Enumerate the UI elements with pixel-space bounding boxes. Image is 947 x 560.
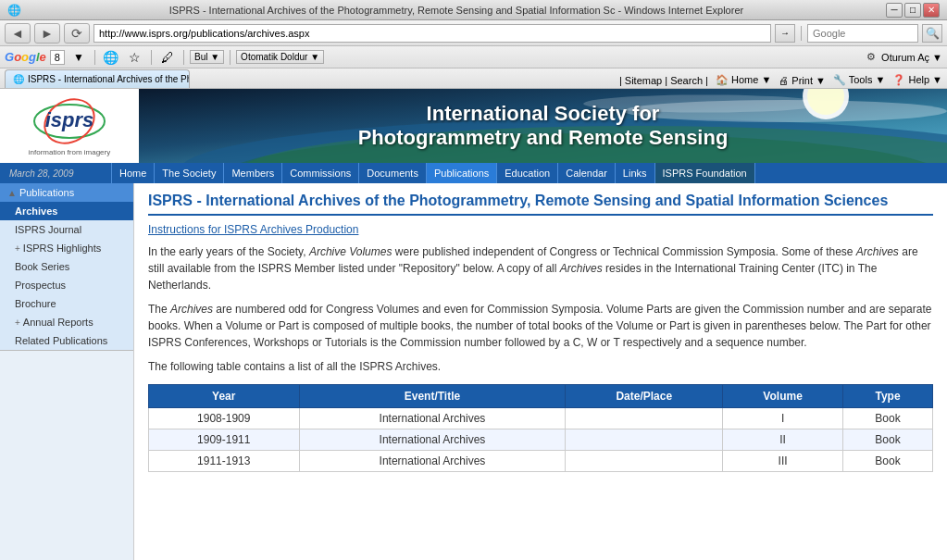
toolbar-sep-3 [183, 50, 184, 65]
main-content: ▲ Publications Archives ISPRS Journal + … [0, 183, 947, 560]
cell-volume: II [723, 429, 843, 451]
annualreports-expand-icon: + [15, 317, 20, 328]
sidebar-item-annualreports-label: Annual Reports [23, 317, 93, 328]
minimize-button[interactable]: ─ [886, 3, 903, 18]
col-type: Type [843, 385, 933, 408]
cell-year: 1908-1909 [149, 408, 300, 429]
header-line1: International Society for [358, 102, 729, 126]
cell-type: Book [843, 408, 933, 429]
logo-area: isprs information from imagery [0, 89, 139, 163]
table-row: 1908-1909 International Archives I Book [149, 408, 933, 429]
tabs-bar: 🌐 ISPRS - International Archives of the … [0, 68, 947, 89]
cell-volume: III [723, 451, 843, 472]
table-row: 1911-1913 International Archives III Boo… [149, 451, 933, 472]
search-input[interactable] [807, 24, 918, 43]
print-button[interactable]: 🖨 Print ▼ [779, 75, 826, 86]
sidebar-item-bookseries[interactable]: Book Series [0, 257, 133, 276]
col-volume: Volume [723, 385, 843, 408]
sitemap-link[interactable]: | Sitemap | Search | [619, 75, 708, 86]
highlights-expand-icon: + [15, 243, 20, 254]
site-header: isprs information from imagery [0, 89, 947, 163]
google-rank-badge: 8 [50, 50, 65, 65]
sidebar-item-journal[interactable]: ISPRS Journal [0, 220, 133, 239]
cell-date [566, 429, 723, 451]
sidebar-item-publications[interactable]: ▲ Publications [0, 183, 133, 202]
star-icon[interactable]: ☆ [125, 49, 145, 66]
cell-event: International Archives [299, 429, 566, 451]
go-button[interactable]: → [775, 24, 795, 43]
cell-volume: I [723, 408, 843, 429]
nav-calendar[interactable]: Calendar [558, 163, 616, 183]
sidebar-item-journal-label: ISPRS Journal [15, 224, 81, 235]
sidebar-item-highlights[interactable]: + ISPRS Highlights [0, 239, 133, 257]
nav-education[interactable]: Education [497, 163, 558, 183]
site-date: March 28, 2009 [0, 168, 111, 179]
sidebar-item-brochure-label: Brochure [15, 298, 56, 309]
highlighter-icon[interactable]: 🖊 [157, 49, 178, 66]
sidebar-item-prospectus[interactable]: Prospectus [0, 276, 133, 294]
tab-label: ISPRS - International Archives of the Ph… [28, 74, 190, 84]
site-nav-bar: March 28, 2009 Home The Society Members … [0, 163, 947, 183]
bul-button[interactable]: Bul ▼ [190, 50, 224, 64]
col-year: Year [149, 385, 300, 408]
cell-year: 1911-1913 [149, 451, 300, 472]
separator [801, 26, 802, 41]
google-dropdown-icon[interactable]: ▼ [69, 49, 89, 66]
cell-year: 1909-1911 [149, 429, 300, 451]
tabs-right-area: | Sitemap | Search | 🏠 Home ▼ 🖨 Print ▼ … [190, 74, 942, 88]
content-area: ISPRS - International Archives of the Ph… [134, 183, 947, 560]
help-button[interactable]: ❓ Help ▼ [892, 74, 942, 86]
toolbar-sep-1 [94, 50, 95, 65]
back-button[interactable]: ◄ [5, 23, 31, 44]
nav-documents[interactable]: Documents [359, 163, 427, 183]
active-tab[interactable]: 🌐 ISPRS - International Archives of the … [5, 69, 190, 88]
home-button[interactable]: 🏠 Home ▼ [716, 74, 771, 86]
page-title: ISPRS - International Archives of the Ph… [148, 193, 933, 216]
logo-subtitle: information from imagery [29, 148, 110, 156]
nav-links[interactable]: Links [616, 163, 655, 183]
col-event: Event/Title [299, 385, 566, 408]
toolbar-sep-4 [230, 50, 231, 65]
oturum-button[interactable]: Oturum Aç ▼ [881, 52, 942, 63]
nav-publications[interactable]: Publications [427, 163, 497, 183]
nav-members[interactable]: Members [224, 163, 282, 183]
forward-button[interactable]: ► [34, 23, 60, 44]
sidebar-item-brochure[interactable]: Brochure [0, 294, 133, 313]
sidebar-item-annualreports[interactable]: + Annual Reports [0, 313, 133, 331]
expand-icon: ▲ [7, 188, 17, 198]
google-logo: Google [5, 50, 46, 64]
cell-type: Book [843, 451, 933, 472]
isprs-logo: isprs [28, 95, 111, 146]
sidebar-item-highlights-label: ISPRS Highlights [23, 243, 101, 254]
cell-event: International Archives [299, 408, 566, 429]
svg-text:isprs: isprs [45, 108, 94, 131]
sidebar-item-related[interactable]: Related Publications [0, 331, 133, 350]
globe-icon[interactable]: 🌐 [101, 49, 121, 66]
titlebar-buttons[interactable]: ─ □ ✕ [886, 3, 940, 18]
col-date: Date/Place [566, 385, 723, 408]
top-right-buttons: ⚙ Oturum Aç ▼ [866, 51, 942, 63]
close-window-button[interactable]: ✕ [923, 3, 940, 18]
page: isprs information from imagery [0, 89, 947, 560]
nav-commissions[interactable]: Commissions [282, 163, 359, 183]
address-input[interactable] [93, 24, 771, 43]
nav-home[interactable]: Home [111, 163, 155, 183]
tools-button[interactable]: 🔧 Tools ▼ [833, 74, 885, 86]
nav-foundation[interactable]: ISPRS Foundation [655, 163, 755, 183]
nav-society[interactable]: The Society [155, 163, 224, 183]
refresh-button[interactable]: ⟳ [64, 23, 90, 44]
browser-logo-icon: 🌐 [7, 4, 21, 17]
search-button[interactable]: 🔍 [922, 24, 942, 43]
settings-icon-area[interactable]: ⚙ [866, 51, 876, 63]
header-image: International Society for Photogrammetry… [139, 89, 947, 163]
sidebar-item-prospectus-label: Prospectus [15, 280, 66, 291]
maximize-button[interactable]: □ [904, 3, 921, 18]
sidebar-item-bookseries-label: Book Series [15, 261, 69, 272]
sidebar-item-archives-label: Archives [15, 205, 57, 217]
instructions-link[interactable]: Instructions for ISPRS Archives Producti… [148, 223, 933, 236]
content-para-1: In the early years of the Society, Archi… [148, 243, 933, 293]
autofill-button[interactable]: Otomatik Doldur ▼ [236, 50, 324, 64]
archives-table: Year Event/Title Date/Place Volume Type … [148, 384, 933, 472]
main-navigation: Home The Society Members Commissions Doc… [111, 163, 755, 183]
sidebar-item-archives[interactable]: Archives [0, 202, 133, 220]
